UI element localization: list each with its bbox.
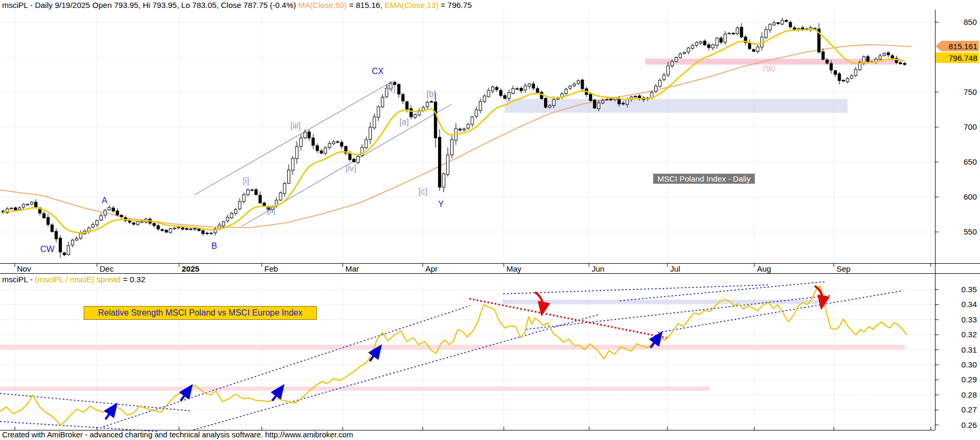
month-label: 2025 [182,264,199,273]
ohlc-text: msciPL - Daily 9/19/2025 Open 793.95, Hi… [2,1,296,10]
wave-label: [c] [418,187,427,196]
wave-label: [iii] [290,121,301,131]
wave-label: Y [438,200,444,209]
wave-label: CW [40,245,55,254]
price-tick-label: 750 [940,87,977,96]
month-label: Sep [836,264,851,273]
wave-label: [i] [243,176,249,186]
rs-tick-label: 0.27 [940,405,977,414]
price-chart-pane[interactable] [0,10,935,263]
month-label: Aug [757,264,771,273]
wave-label: B [211,241,217,251]
month-label: Jun [592,264,604,273]
wave-label: [iv] [345,164,356,173]
rs-pane-title: msciPL - (msciPL / msciE) spread = 0.32 [2,275,145,284]
ema13-label: EMA(Close,13) [385,1,439,10]
amibroker-footer: Created with AmiBroker - advanced charti… [2,430,353,439]
rs-tick-label: 0.31 [940,345,977,354]
wave-label: CX [372,67,384,76]
month-label: Apr [425,264,438,273]
ma50-label: MA(Close,50) [298,1,347,10]
price-tick-label: 850 [940,17,977,26]
ma50-value: = 815.16, [349,1,382,10]
price-tick-label: 600 [940,192,977,201]
ema13-price-badge: 796.748 [936,52,979,63]
rs-spread-label: (msciPL / msciE) spread [35,275,121,284]
month-label: Nov [17,264,31,273]
wave-label: [a] [399,118,409,127]
wave-label: A [102,196,108,205]
amibroker-window: msciPL - Daily 9/19/2025 Open 793.95, Hi… [0,0,980,440]
month-label: Mar [345,264,359,273]
price-tick-label: 650 [940,157,977,166]
month-label: Jul [670,264,680,273]
month-label: Feb [264,264,278,273]
rs-spread-value: = 0.32 [123,275,145,284]
wave-label: [b] [426,89,436,99]
price-pane-title: msciPL - Daily 9/19/2025 Open 793.95, Hi… [2,1,472,10]
rs-tick-label: 0.26 [940,420,977,429]
rs-tick-label: 0.28 [940,390,977,399]
month-label: May [506,264,521,273]
ma50-price-badge: 815.161 [936,41,979,51]
level-790-label: 790 [762,64,775,73]
chart-note-label: MSCI Poland Index - Daliy [653,174,755,184]
price-tick-label: 700 [940,122,977,131]
rs-tick-label: 0.34 [940,300,977,309]
rs-tick-label: 0.33 [940,315,977,324]
wave-label: [ii] [267,206,275,215]
ema13-value: = 796.75 [441,1,472,10]
rs-tick-label: 0.32 [940,330,977,339]
rs-tick-label: 0.29 [940,375,977,384]
rs-tick-label: 0.35 [940,285,977,294]
rs-tick-label: 0.30 [940,360,977,369]
month-label: Dec [100,264,114,273]
rs-symbol: msciPL - [2,275,33,284]
wave-label: [v] [387,84,396,94]
price-tick-label: 550 [940,227,977,236]
rs-banner: Relative Strength MSCI Poland vs MSCI Eu… [84,306,317,320]
